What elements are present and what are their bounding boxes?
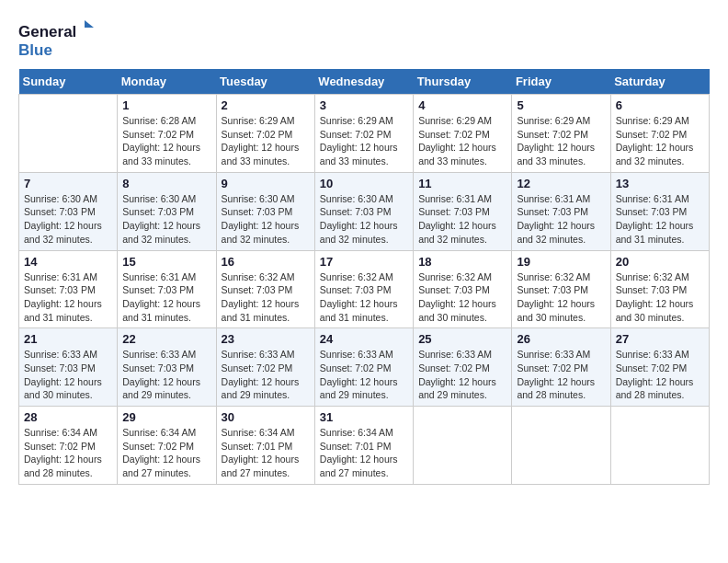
day-number: 18 <box>418 255 506 269</box>
day-info: Sunrise: 6:30 AM Sunset: 7:03 PM Dayligh… <box>122 192 210 247</box>
calendar-cell: 26Sunrise: 6:33 AM Sunset: 7:02 PM Dayli… <box>512 328 610 407</box>
day-number: 7 <box>24 177 112 190</box>
calendar-cell: 22Sunrise: 6:33 AM Sunset: 7:03 PM Dayli… <box>118 328 216 407</box>
day-number: 30 <box>222 410 310 424</box>
day-info: Sunrise: 6:32 AM Sunset: 7:03 PM Dayligh… <box>222 270 310 325</box>
calendar-cell: 14Sunrise: 6:31 AM Sunset: 7:03 PM Dayli… <box>19 250 118 328</box>
page-header: General Blue <box>18 18 710 60</box>
calendar-cell: 30Sunrise: 6:34 AM Sunset: 7:01 PM Dayli… <box>216 407 314 485</box>
calendar-cell: 23Sunrise: 6:33 AM Sunset: 7:02 PM Dayli… <box>216 328 314 407</box>
day-header-thursday: Thursday <box>414 69 512 95</box>
calendar-cell: 1Sunrise: 6:28 AM Sunset: 7:02 PM Daylig… <box>118 95 216 173</box>
calendar-cell: 29Sunrise: 6:34 AM Sunset: 7:02 PM Dayli… <box>118 407 216 485</box>
day-number: 17 <box>320 255 408 269</box>
day-number: 1 <box>122 98 210 112</box>
calendar-cell <box>610 407 709 485</box>
week-row-1: 1Sunrise: 6:28 AM Sunset: 7:02 PM Daylig… <box>19 95 710 173</box>
calendar-cell: 24Sunrise: 6:33 AM Sunset: 7:02 PM Dayli… <box>314 328 413 407</box>
day-info: Sunrise: 6:31 AM Sunset: 7:03 PM Dayligh… <box>24 270 112 325</box>
day-info: Sunrise: 6:32 AM Sunset: 7:03 PM Dayligh… <box>418 270 506 325</box>
calendar-cell: 11Sunrise: 6:31 AM Sunset: 7:03 PM Dayli… <box>414 172 512 250</box>
calendar-cell: 21Sunrise: 6:33 AM Sunset: 7:03 PM Dayli… <box>19 328 118 407</box>
calendar-cell: 25Sunrise: 6:33 AM Sunset: 7:02 PM Dayli… <box>414 328 512 407</box>
day-number: 24 <box>320 332 408 346</box>
day-number: 25 <box>418 332 506 346</box>
day-info: Sunrise: 6:30 AM Sunset: 7:03 PM Dayligh… <box>24 192 112 247</box>
svg-text:General: General <box>18 23 76 40</box>
day-info: Sunrise: 6:32 AM Sunset: 7:03 PM Dayligh… <box>517 270 605 325</box>
day-info: Sunrise: 6:33 AM Sunset: 7:02 PM Dayligh… <box>222 348 310 402</box>
svg-text:Blue: Blue <box>18 41 52 59</box>
calendar-cell: 12Sunrise: 6:31 AM Sunset: 7:03 PM Dayli… <box>512 172 610 250</box>
day-info: Sunrise: 6:33 AM Sunset: 7:03 PM Dayligh… <box>122 348 210 402</box>
week-row-3: 14Sunrise: 6:31 AM Sunset: 7:03 PM Dayli… <box>19 250 710 328</box>
day-number: 22 <box>122 332 210 346</box>
day-number: 15 <box>122 255 210 269</box>
day-number: 13 <box>616 177 704 190</box>
week-row-4: 21Sunrise: 6:33 AM Sunset: 7:03 PM Dayli… <box>19 328 710 407</box>
day-header-tuesday: Tuesday <box>216 69 314 95</box>
day-info: Sunrise: 6:33 AM Sunset: 7:02 PM Dayligh… <box>418 348 506 402</box>
calendar-cell: 15Sunrise: 6:31 AM Sunset: 7:03 PM Dayli… <box>118 250 216 328</box>
calendar-cell: 31Sunrise: 6:34 AM Sunset: 7:01 PM Dayli… <box>314 407 413 485</box>
day-number: 9 <box>222 177 310 190</box>
day-info: Sunrise: 6:32 AM Sunset: 7:03 PM Dayligh… <box>616 270 704 325</box>
day-info: Sunrise: 6:34 AM Sunset: 7:02 PM Dayligh… <box>24 426 112 480</box>
calendar-table: SundayMondayTuesdayWednesdayThursdayFrid… <box>18 69 710 485</box>
day-info: Sunrise: 6:34 AM Sunset: 7:01 PM Dayligh… <box>222 426 310 480</box>
day-number: 23 <box>222 332 310 346</box>
day-info: Sunrise: 6:34 AM Sunset: 7:01 PM Dayligh… <box>320 426 408 480</box>
day-info: Sunrise: 6:33 AM Sunset: 7:02 PM Dayligh… <box>517 348 605 402</box>
day-number: 4 <box>418 98 506 112</box>
calendar-cell: 20Sunrise: 6:32 AM Sunset: 7:03 PM Dayli… <box>610 250 709 328</box>
day-info: Sunrise: 6:31 AM Sunset: 7:03 PM Dayligh… <box>122 270 210 325</box>
calendar-cell: 7Sunrise: 6:30 AM Sunset: 7:03 PM Daylig… <box>19 172 118 250</box>
day-number: 6 <box>616 98 704 112</box>
week-row-2: 7Sunrise: 6:30 AM Sunset: 7:03 PM Daylig… <box>19 172 710 250</box>
calendar-cell <box>414 407 512 485</box>
day-number: 5 <box>517 98 605 112</box>
day-info: Sunrise: 6:29 AM Sunset: 7:02 PM Dayligh… <box>616 114 704 168</box>
day-number: 3 <box>320 98 408 112</box>
day-info: Sunrise: 6:29 AM Sunset: 7:02 PM Dayligh… <box>320 114 408 168</box>
day-info: Sunrise: 6:33 AM Sunset: 7:03 PM Dayligh… <box>24 348 112 402</box>
day-header-wednesday: Wednesday <box>314 69 413 95</box>
calendar-cell <box>512 407 610 485</box>
day-number: 20 <box>616 255 704 269</box>
calendar-cell: 10Sunrise: 6:30 AM Sunset: 7:03 PM Dayli… <box>314 172 413 250</box>
calendar-cell: 19Sunrise: 6:32 AM Sunset: 7:03 PM Dayli… <box>512 250 610 328</box>
calendar-cell: 5Sunrise: 6:29 AM Sunset: 7:02 PM Daylig… <box>512 95 610 173</box>
calendar-cell: 6Sunrise: 6:29 AM Sunset: 7:02 PM Daylig… <box>610 95 709 173</box>
day-number: 21 <box>24 332 112 346</box>
calendar-cell: 8Sunrise: 6:30 AM Sunset: 7:03 PM Daylig… <box>118 172 216 250</box>
calendar-cell: 27Sunrise: 6:33 AM Sunset: 7:02 PM Dayli… <box>610 328 709 407</box>
day-header-saturday: Saturday <box>610 69 709 95</box>
day-info: Sunrise: 6:28 AM Sunset: 7:02 PM Dayligh… <box>122 114 210 168</box>
svg-marker-1 <box>85 20 94 28</box>
day-info: Sunrise: 6:31 AM Sunset: 7:03 PM Dayligh… <box>616 192 704 247</box>
day-info: Sunrise: 6:29 AM Sunset: 7:02 PM Dayligh… <box>222 114 310 168</box>
calendar-cell: 18Sunrise: 6:32 AM Sunset: 7:03 PM Dayli… <box>414 250 512 328</box>
day-number: 12 <box>517 177 605 190</box>
calendar-cell: 16Sunrise: 6:32 AM Sunset: 7:03 PM Dayli… <box>216 250 314 328</box>
day-number: 28 <box>24 410 112 424</box>
day-info: Sunrise: 6:32 AM Sunset: 7:03 PM Dayligh… <box>320 270 408 325</box>
day-number: 31 <box>320 410 408 424</box>
logo-svg: General Blue <box>18 18 101 60</box>
day-number: 2 <box>222 98 310 112</box>
calendar-cell: 17Sunrise: 6:32 AM Sunset: 7:03 PM Dayli… <box>314 250 413 328</box>
day-info: Sunrise: 6:33 AM Sunset: 7:02 PM Dayligh… <box>616 348 704 402</box>
calendar-cell: 9Sunrise: 6:30 AM Sunset: 7:03 PM Daylig… <box>216 172 314 250</box>
day-info: Sunrise: 6:34 AM Sunset: 7:02 PM Dayligh… <box>122 426 210 480</box>
calendar-cell: 4Sunrise: 6:29 AM Sunset: 7:02 PM Daylig… <box>414 95 512 173</box>
day-number: 27 <box>616 332 704 346</box>
calendar-cell: 28Sunrise: 6:34 AM Sunset: 7:02 PM Dayli… <box>19 407 118 485</box>
day-number: 16 <box>222 255 310 269</box>
calendar-cell: 3Sunrise: 6:29 AM Sunset: 7:02 PM Daylig… <box>314 95 413 173</box>
day-number: 29 <box>122 410 210 424</box>
day-info: Sunrise: 6:30 AM Sunset: 7:03 PM Dayligh… <box>320 192 408 247</box>
day-number: 14 <box>24 255 112 269</box>
day-number: 10 <box>320 177 408 190</box>
day-header-monday: Monday <box>118 69 216 95</box>
day-number: 26 <box>517 332 605 346</box>
